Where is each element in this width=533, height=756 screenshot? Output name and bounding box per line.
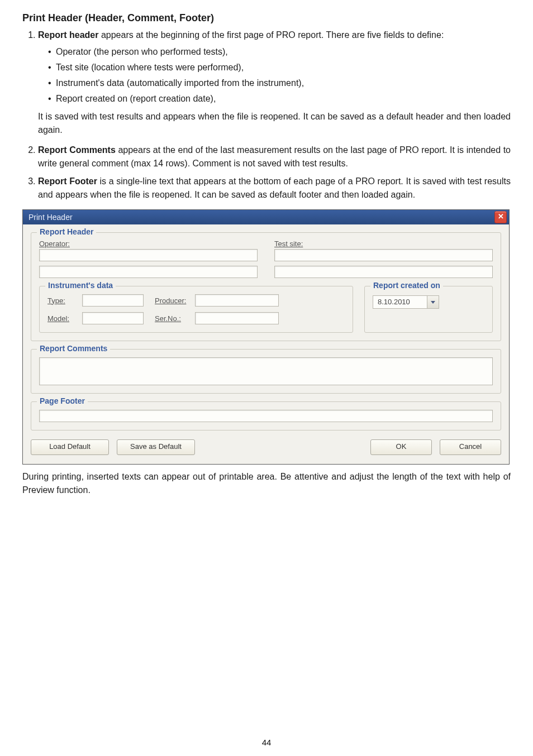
date-dropdown-button[interactable] [427, 296, 439, 308]
item-lead: Report Comments [38, 145, 116, 155]
group-report-created-on: Report created on 8.10.2010 [364, 286, 493, 333]
save-as-default-button[interactable]: Save as Default [117, 439, 195, 455]
chevron-down-icon [431, 301, 435, 304]
type-label: Type: [47, 296, 78, 305]
ok-button[interactable]: OK [370, 439, 432, 455]
group-legend: Report Comments [37, 344, 110, 353]
item-tail: is a single-line text that appears at th… [38, 176, 511, 199]
operator-label: Operator: [39, 240, 258, 248]
group-legend: Instrument's data [45, 281, 116, 290]
producer-label: Producer: [155, 296, 191, 305]
dialog-button-row: Load Default Save as Default OK Cancel [23, 430, 509, 464]
list-item: Report Comments appears at the end of th… [38, 143, 511, 170]
list-item: Instrument's data (automatically importe… [48, 76, 511, 90]
test-site-label: Test site: [274, 240, 493, 248]
list-item: Operator (the person who performed tests… [48, 45, 511, 59]
dialog-title: Print Header [28, 213, 73, 222]
model-label: Model: [47, 314, 78, 323]
dialog-titlebar: Print Header ✕ [23, 210, 509, 224]
report-comments-input[interactable] [39, 357, 493, 385]
closing-note: During printing, inserted texts can appe… [22, 470, 511, 497]
serno-input[interactable] [195, 312, 279, 324]
operator-input-2[interactable] [39, 266, 258, 278]
item-tail: appears at the beginning of the first pa… [98, 30, 444, 40]
page-number: 44 [0, 738, 533, 747]
list-item: Report Footer is a single-line text that… [38, 175, 511, 202]
print-header-dialog: Print Header ✕ Report Header Operator: T… [22, 209, 510, 465]
list-item: Test site (location where tests were per… [48, 61, 511, 74]
report-date-picker[interactable]: 8.10.2010 [373, 295, 439, 309]
close-button[interactable]: ✕ [494, 211, 507, 223]
cancel-button[interactable]: Cancel [440, 439, 501, 455]
producer-input[interactable] [195, 294, 279, 307]
test-site-input[interactable] [274, 249, 493, 261]
group-legend: Report Header [37, 227, 96, 236]
page-footer-input[interactable] [39, 410, 493, 422]
item-lead: Report header [38, 30, 98, 40]
list-item: Report created on (report creation date)… [48, 92, 511, 106]
group-legend: Page Footer [37, 396, 88, 405]
item-lead: Report Footer [38, 176, 97, 186]
group-report-header: Report Header Operator: Test site: Instr… [31, 232, 501, 341]
sub-bullet-list: Operator (the person who performed tests… [48, 45, 511, 106]
operator-input[interactable] [39, 249, 258, 261]
model-input[interactable] [82, 312, 144, 324]
load-default-button[interactable]: Load Default [31, 439, 109, 455]
main-numbered-list: Report header appears at the beginning o… [38, 28, 511, 202]
after-bullets-paragraph: It is saved with test results and appear… [38, 110, 511, 137]
serno-label: Ser.No.: [155, 314, 191, 323]
group-instrument-data: Instrument's data Type: Model: [39, 286, 353, 333]
type-input[interactable] [82, 294, 144, 307]
close-icon: ✕ [498, 212, 504, 221]
report-date-value: 8.10.2010 [373, 296, 427, 308]
list-item: Report header appears at the beginning o… [38, 28, 511, 137]
group-page-footer: Page Footer [31, 401, 501, 430]
group-report-comments: Report Comments [31, 349, 501, 394]
test-site-input-2[interactable] [274, 266, 493, 278]
group-legend: Report created on [370, 281, 443, 290]
section-title: Print Header (Header, Comment, Footer) [22, 12, 511, 24]
